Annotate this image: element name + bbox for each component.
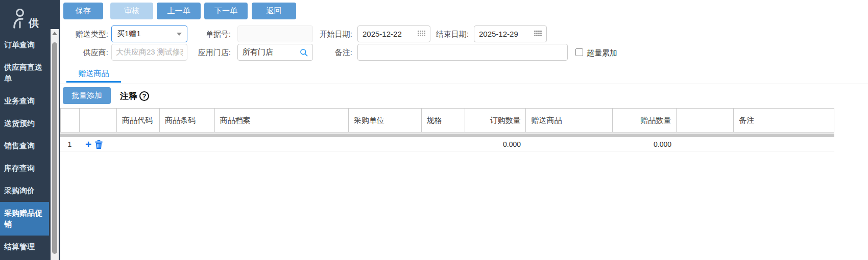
delete-row-trash-icon[interactable] (95, 140, 103, 149)
supplier-label: 供应商: (63, 44, 108, 61)
sidebar-item-order-query[interactable]: 订单查询 (0, 34, 49, 56)
next-doc-button[interactable]: 下一单 (204, 3, 248, 19)
col-spec: 规格 (422, 109, 465, 132)
col-barcode: 商品条码 (160, 109, 215, 132)
sidebar: 供 订单查询 供应商直送单 业务查询 送货预约 销售查询 库存查询 采购询价 采… (0, 0, 60, 260)
tab-gift-products[interactable]: 赠送商品 (66, 67, 121, 83)
col-row-actions (80, 109, 117, 132)
gift-products-table: 商品代码 商品条码 商品档案 采购单位 规格 订购数量 赠送商品 赠品数量 备注… (60, 108, 834, 133)
row-actions: + (79, 138, 116, 151)
prev-doc-button[interactable]: 上一单 (157, 3, 201, 19)
help-question-icon[interactable]: ? (139, 91, 149, 101)
logo-text: 供 (29, 17, 39, 29)
table-row: 1 + (60, 138, 834, 151)
sidebar-scrollbar[interactable] (51, 29, 59, 260)
supplier-person-icon (11, 8, 28, 29)
end-date-value: 2025-12-29 (479, 30, 534, 38)
sidebar-item-purchase-inquiry[interactable]: 采购询价 (0, 179, 49, 202)
note-label: 注释 (120, 90, 137, 102)
scroll-up-icon[interactable] (52, 32, 57, 35)
doc-no-label: 单据号: (183, 25, 231, 43)
sidebar-item-purchase-gift-promo[interactable]: 采购赠品促销 (0, 202, 49, 236)
tabs-divider (60, 84, 868, 84)
store-value: 所有门店 (243, 47, 300, 57)
gift-type-label: 赠送类型: (63, 25, 108, 43)
remark-input[interactable] (357, 44, 568, 61)
col-gift-qty: 赠品数量 (613, 109, 677, 132)
end-date-input[interactable]: 2025-12-29 (474, 25, 547, 42)
add-row-icon[interactable]: + (85, 140, 91, 149)
app-window: 供 订单查询 供应商直送单 业务查询 送货预约 销售查询 库存查询 采购询价 采… (0, 0, 868, 260)
col-remark: 备注 (734, 109, 834, 132)
store-label: 应用门店: (183, 44, 231, 61)
col-order-qty: 订购数量 (465, 109, 526, 132)
sidebar-item-stock-query[interactable]: 库存查询 (0, 157, 49, 179)
start-date-value: 2025-12-22 (363, 30, 418, 38)
over-add-label: 超量累加 (587, 48, 617, 57)
sidebar-item-settlement[interactable]: 结算管理 (0, 236, 49, 258)
table-horizontal-scrollbar[interactable] (60, 134, 834, 137)
app-logo: 供 (0, 0, 60, 29)
calendar-icon[interactable] (534, 31, 542, 37)
chevron-down-icon (177, 33, 182, 36)
back-button[interactable]: 返回 (252, 3, 296, 19)
sidebar-scrollbar-thumb[interactable] (52, 42, 57, 254)
table-header-row: 商品代码 商品条码 商品档案 采购单位 规格 订购数量 赠送商品 赠品数量 备注 (60, 108, 834, 133)
end-date-label: 结束日期: (418, 25, 469, 43)
col-gift-product: 赠送商品 (526, 109, 613, 132)
sidebar-menu: 订单查询 供应商直送单 业务查询 送货预约 销售查询 库存查询 采购询价 采购赠… (0, 34, 49, 258)
over-add-checkbox[interactable] (575, 48, 583, 56)
main-content: 保存 审核 上一单 下一单 返回 赠送类型: 买1赠1 单据号: 开始日期: 2… (60, 0, 868, 260)
gift-type-select[interactable]: 买1赠1 (111, 25, 187, 42)
audit-button[interactable]: 审核 (110, 3, 153, 19)
sidebar-item-business-query[interactable]: 业务查询 (0, 90, 49, 112)
remark-label: 备注: (300, 44, 352, 61)
gift-type-value: 买1赠1 (117, 29, 177, 39)
col-product-code: 商品代码 (117, 109, 160, 132)
col-purchase-unit: 采购单位 (349, 109, 422, 132)
batch-add-button[interactable]: 批量添加 (63, 87, 111, 104)
col-spacer (677, 109, 734, 132)
sidebar-item-sales-query[interactable]: 销售查询 (0, 135, 49, 157)
col-product-file: 商品档案 (215, 109, 349, 132)
save-button[interactable]: 保存 (63, 3, 103, 19)
sidebar-item-delivery-reserve[interactable]: 送货预约 (0, 112, 49, 135)
sidebar-item-supplier-direct[interactable]: 供应商直送单 (0, 56, 49, 90)
row-order-qty: 0.000 (465, 138, 526, 151)
col-rownum (61, 109, 80, 132)
supplier-input[interactable] (111, 44, 187, 61)
start-date-label: 开始日期: (300, 25, 352, 43)
row-index: 1 (60, 138, 79, 151)
row-gift-qty: 0.000 (613, 138, 677, 151)
